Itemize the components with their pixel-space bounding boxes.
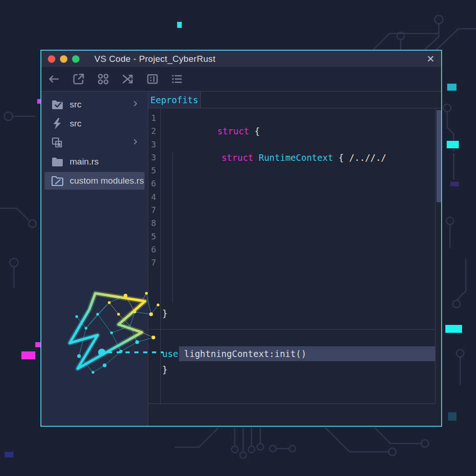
shuffle-icon[interactable] xyxy=(121,72,135,86)
export-icon[interactable] xyxy=(72,72,86,86)
sidebar-item-modules[interactable] xyxy=(45,134,145,152)
split-view-icon[interactable] xyxy=(145,72,159,86)
lightning-icon xyxy=(50,118,64,130)
accent-rect xyxy=(448,412,456,421)
accent-rect xyxy=(21,351,35,359)
scrollbar-thumb[interactable] xyxy=(436,110,441,202)
highlighted-code-text: lightningContext:init() xyxy=(184,349,306,359)
apps-grid-icon[interactable] xyxy=(96,72,110,86)
accent-rect xyxy=(177,22,182,28)
code-line-1: struct { xyxy=(164,112,260,125)
sidebar-item-src-2[interactable]: src xyxy=(45,115,145,132)
code-line-3: struct RuntimeContext { /..//./ xyxy=(168,138,386,151)
lightning-bolt-illustration xyxy=(65,286,165,379)
code-area[interactable]: 12 33 56 47 85 67 struct { struct Runtim… xyxy=(148,108,441,426)
editor-pane: Eeprofits 12 33 56 47 85 67 struct { xyxy=(148,92,441,426)
chevron-right-icon[interactable] xyxy=(132,99,139,110)
accent-rect xyxy=(450,182,459,186)
tab-bar: Eeprofits xyxy=(148,92,441,108)
tab-eeprofits[interactable]: Eeprofits xyxy=(148,92,201,108)
close-light[interactable] xyxy=(48,55,55,63)
folder-slash-icon xyxy=(50,175,64,186)
bottom-divider xyxy=(148,403,435,404)
chevron-right-icon[interactable] xyxy=(132,138,139,148)
windows-copy-icon xyxy=(50,137,64,149)
editor-right-border xyxy=(435,108,436,403)
traffic-lights[interactable] xyxy=(48,55,82,63)
accent-rect xyxy=(447,141,459,148)
accent-rect xyxy=(445,325,462,333)
back-arrow-icon[interactable] xyxy=(47,72,61,86)
sidebar-item-label: main.rs xyxy=(70,157,99,167)
sidebar-item-label: src xyxy=(70,99,81,110)
close-button[interactable]: ✕ xyxy=(426,54,435,64)
use-statement-1: use custommodules:lightning_integration; xyxy=(162,332,428,345)
window-title: VS Code - Project_CyberRust xyxy=(94,54,215,64)
accent-rect xyxy=(5,452,13,457)
list-icon[interactable] xyxy=(170,72,184,86)
sidebar-item-src[interactable]: src xyxy=(45,96,145,113)
toolbar xyxy=(41,67,441,92)
maximize-light[interactable] xyxy=(72,55,79,63)
title-bar: VS Code - Project_CyberRust ✕ xyxy=(41,51,441,67)
section-divider xyxy=(148,329,435,330)
sidebar-item-main-rs[interactable]: main.rs xyxy=(45,153,145,171)
folder-icon xyxy=(50,156,64,167)
sidebar-item-label: src xyxy=(70,119,81,129)
accent-rect xyxy=(447,84,456,91)
connector-dot xyxy=(98,349,106,356)
folder-check-icon xyxy=(50,99,64,110)
minimize-light[interactable] xyxy=(60,55,67,63)
highlighted-code-row[interactable]: lightningContext:init() xyxy=(179,346,435,361)
sidebar-item-custom-modules-rs[interactable]: custom modules.rs xyxy=(45,172,145,190)
sidebar-item-label: custom modules.rs xyxy=(70,176,144,186)
